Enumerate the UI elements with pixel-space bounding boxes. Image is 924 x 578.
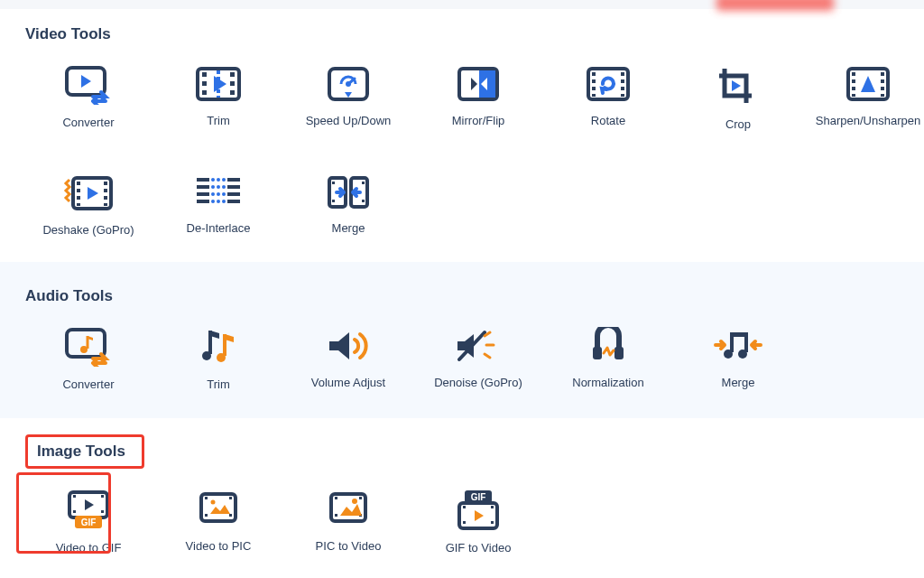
svg-rect-74 [73, 495, 76, 498]
svg-rect-34 [77, 203, 80, 206]
svg-rect-3 [202, 81, 207, 86]
svg-rect-44 [227, 185, 240, 189]
tool-video-converter[interactable]: Converter [25, 65, 152, 131]
svg-rect-18 [621, 79, 624, 83]
svg-rect-26 [881, 72, 884, 76]
svg-rect-36 [104, 189, 107, 192]
tool-video-mirror[interactable]: Mirror/Flip [415, 65, 541, 131]
tool-label: Trim [207, 114, 230, 127]
tool-label: Normalization [572, 376, 643, 389]
svg-rect-6 [230, 81, 235, 86]
tool-audio-denoise[interactable]: Denoise (GoPro) [415, 327, 541, 391]
video-converter-icon [64, 65, 113, 105]
video-deshake-icon [62, 174, 115, 212]
video-merge-icon [322, 174, 374, 210]
svg-rect-31 [77, 182, 80, 185]
tool-image-video-to-gif[interactable]: GIF Video to GIF [25, 490, 152, 555]
svg-rect-41 [197, 192, 209, 196]
tool-video-crop[interactable]: Crop [675, 65, 801, 131]
tool-image-pic-to-video[interactable]: PIC to Video [285, 490, 411, 555]
svg-point-54 [217, 192, 220, 196]
svg-point-51 [217, 185, 220, 189]
video-rotate-icon [583, 65, 633, 103]
tool-audio-normalization[interactable]: Normalization [545, 327, 671, 391]
tool-video-sharpen[interactable]: Sharpen/Unsharpen [805, 65, 924, 131]
svg-rect-5 [230, 72, 235, 77]
svg-rect-62 [332, 200, 335, 202]
tool-label: Merge [722, 376, 755, 389]
svg-rect-77 [101, 510, 104, 513]
svg-point-52 [222, 185, 226, 189]
upgrade-badge[interactable] [716, 0, 834, 11]
svg-rect-75 [73, 510, 76, 513]
tool-label: PIC to Video [316, 539, 382, 553]
svg-rect-7 [230, 90, 235, 95]
svg-rect-98 [491, 521, 494, 524]
video-tools-grid: Converter Trim [25, 65, 899, 237]
svg-point-55 [222, 192, 226, 196]
svg-rect-65 [67, 330, 105, 357]
svg-point-85 [211, 500, 216, 505]
svg-rect-84 [229, 514, 232, 517]
tool-audio-volume[interactable]: Volume Adjust [285, 327, 411, 391]
svg-point-91 [352, 499, 357, 504]
tool-label: Mirror/Flip [452, 114, 505, 127]
svg-rect-32 [77, 189, 80, 192]
tool-label: Speed Up/Down [306, 114, 392, 127]
svg-rect-16 [592, 94, 596, 97]
svg-rect-83 [229, 497, 232, 499]
audio-denoise-icon [454, 327, 503, 365]
tool-image-video-to-pic[interactable]: Video to PIC [155, 490, 282, 555]
tool-label: Crop [725, 117, 751, 131]
tool-label: Trim [207, 378, 230, 391]
tool-label: Converter [62, 116, 114, 129]
image-tools-title: Image Tools [25, 434, 899, 469]
svg-rect-46 [227, 200, 240, 203]
tool-video-trim[interactable]: Trim [155, 65, 282, 131]
audio-normalization-icon [586, 327, 631, 365]
svg-rect-45 [227, 192, 240, 196]
svg-rect-28 [881, 87, 884, 90]
image-tools-title-highlight: Image Tools [25, 434, 144, 469]
tool-video-deinterlace[interactable]: De-Interlace [155, 174, 282, 237]
svg-point-67 [202, 351, 211, 360]
audio-volume-icon [326, 327, 371, 365]
tool-video-speed[interactable]: Speed Up/Down [285, 65, 411, 131]
video-deinterlace-icon [193, 174, 244, 210]
video-tools-title: Video Tools [25, 25, 899, 43]
audio-tools-grid: Converter Trim [25, 327, 899, 391]
svg-rect-76 [101, 495, 104, 498]
tool-audio-merge[interactable]: Merge [675, 327, 801, 391]
tool-audio-trim[interactable]: Trim [155, 327, 282, 391]
svg-rect-64 [362, 200, 365, 202]
svg-point-57 [217, 200, 220, 203]
tool-audio-converter[interactable]: Converter [25, 327, 152, 391]
tool-image-gif-to-video[interactable]: GIF GIF to Video [415, 490, 541, 555]
tool-video-rotate[interactable]: Rotate [545, 65, 671, 131]
svg-rect-63 [362, 182, 365, 184]
svg-rect-2 [202, 72, 207, 77]
svg-point-53 [211, 192, 215, 196]
svg-rect-38 [104, 203, 107, 206]
tool-video-deshake[interactable]: Deshake (GoPro) [25, 174, 152, 237]
svg-rect-20 [621, 94, 624, 97]
svg-point-48 [217, 178, 220, 182]
svg-rect-17 [621, 72, 624, 76]
svg-rect-69 [593, 347, 602, 359]
svg-rect-97 [491, 506, 494, 508]
svg-rect-14 [592, 79, 596, 83]
svg-point-71 [724, 350, 733, 359]
svg-rect-15 [592, 87, 596, 90]
svg-rect-23 [852, 79, 855, 83]
svg-rect-29 [881, 94, 884, 97]
tool-label: De-Interlace [187, 221, 251, 235]
tool-video-merge[interactable]: Merge [285, 174, 411, 237]
svg-rect-4 [202, 90, 207, 95]
svg-rect-87 [335, 497, 337, 499]
svg-rect-96 [463, 521, 466, 524]
svg-point-49 [222, 178, 226, 182]
svg-rect-82 [205, 514, 208, 517]
svg-rect-70 [614, 347, 624, 359]
audio-tools-title: Audio Tools [25, 287, 899, 305]
image-video-to-gif-icon: GIF [66, 490, 111, 530]
